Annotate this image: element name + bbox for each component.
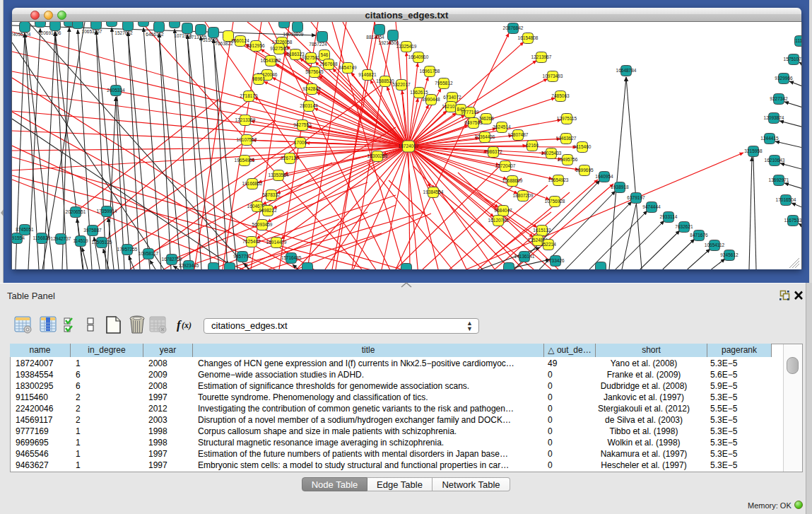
svg-text:10807487: 10807487 (508, 132, 529, 137)
svg-text:17006: 17006 (294, 140, 307, 145)
svg-text:19463627: 19463627 (556, 136, 577, 141)
svg-text:13692971: 13692971 (769, 177, 789, 182)
svg-text:1527602: 1527602 (114, 30, 133, 35)
svg-text:10107552: 10107552 (237, 137, 257, 142)
svg-text:19384554: 19384554 (423, 189, 444, 194)
svg-text:16210643: 16210643 (765, 158, 785, 163)
svg-text:10688609: 10688609 (502, 178, 523, 183)
svg-text:16033809: 16033809 (283, 32, 304, 37)
svg-text:15716485: 15716485 (281, 255, 302, 260)
svg-text:3267130: 3267130 (281, 156, 299, 160)
svg-text:12213967: 12213967 (531, 54, 552, 59)
svg-text:7625402: 7625402 (242, 239, 261, 244)
svg-text:19166852: 19166852 (242, 181, 263, 186)
svg-text:8813054: 8813054 (366, 35, 384, 40)
svg-text:1733426: 1733426 (546, 258, 565, 263)
svg-text:13353584: 13353584 (269, 173, 289, 177)
svg-text:9457791: 9457791 (233, 254, 252, 259)
svg-text:20206551: 20206551 (66, 209, 86, 214)
svg-text:6466162: 6466162 (146, 32, 164, 37)
svg-text:8912956: 8912956 (247, 43, 265, 48)
svg-text:1244415: 1244415 (760, 136, 779, 141)
svg-text:6899695: 6899695 (575, 168, 594, 173)
svg-text:7986372: 7986372 (484, 149, 502, 154)
svg-text:1362615: 1362615 (410, 90, 428, 95)
svg-text:8454749: 8454749 (339, 65, 357, 70)
svg-text:8938918: 8938918 (611, 185, 629, 189)
svg-text:7632621: 7632621 (675, 224, 693, 229)
svg-text:8745051: 8745051 (16, 227, 34, 232)
svg-text:16154808: 16154808 (518, 35, 539, 40)
svg-text:7663822: 7663822 (215, 41, 233, 46)
svg-text:17016504: 17016504 (776, 197, 796, 202)
svg-text:17957255: 17957255 (117, 247, 138, 252)
svg-text:24055724: 24055724 (12, 32, 31, 37)
svg-text:6379197: 6379197 (627, 195, 645, 200)
svg-text:7955812: 7955812 (435, 81, 453, 86)
svg-text:9242848: 9242848 (302, 86, 321, 91)
svg-text:12923445: 12923445 (179, 263, 199, 268)
svg-text:12505135: 12505135 (92, 240, 112, 245)
svg-text:1615132: 1615132 (533, 228, 551, 233)
svg-text:8990448: 8990448 (422, 97, 440, 102)
svg-text:9427552: 9427552 (293, 122, 312, 127)
svg-text:19654955: 19654955 (235, 158, 255, 163)
svg-text:7485063: 7485063 (551, 93, 570, 98)
svg-text:10756928: 10756928 (545, 199, 565, 204)
svg-text:1156829: 1156829 (33, 235, 51, 240)
svg-text:10025433: 10025433 (541, 151, 562, 156)
svg-text:5322017: 5322017 (392, 82, 411, 87)
svg-text:1588520: 1588520 (376, 78, 394, 83)
svg-text:98961: 98961 (252, 76, 265, 81)
svg-text:12093874: 12093874 (764, 115, 784, 120)
svg-text:9498222: 9498222 (259, 208, 277, 213)
svg-text:17359914: 17359914 (97, 209, 117, 214)
svg-text:5875645: 5875645 (305, 69, 324, 74)
svg-text:8660124: 8660124 (231, 38, 249, 43)
svg-text:9245612: 9245612 (720, 252, 739, 257)
svg-text:56093459: 56093459 (252, 222, 273, 227)
svg-text:15720407: 15720407 (495, 163, 516, 168)
svg-text:546: 546 (321, 52, 329, 57)
svg-text:252214: 252214 (541, 242, 556, 247)
svg-text:2605334: 2605334 (107, 88, 125, 93)
svg-text:12942737: 12942737 (51, 236, 71, 241)
svg-text:13325419: 13325419 (396, 44, 417, 49)
svg-text:5878332: 5878332 (262, 192, 281, 197)
svg-text:14136141: 14136141 (514, 254, 535, 259)
svg-text:9146821: 9146821 (358, 72, 377, 77)
svg-text:2967608: 2967608 (319, 62, 338, 66)
svg-text:6734072: 6734072 (443, 95, 461, 100)
svg-text:16120746: 16120746 (488, 218, 509, 223)
svg-text:9474444: 9474444 (642, 204, 661, 209)
svg-text:16961758: 16961758 (420, 69, 440, 74)
svg-text:7857224: 7857224 (309, 42, 327, 47)
svg-text:3624514: 3624514 (493, 124, 511, 129)
svg-text:9327502: 9327502 (302, 55, 320, 60)
svg-text:9227342: 9227342 (770, 96, 788, 101)
svg-text:18807209: 18807209 (513, 193, 534, 198)
svg-text:2803144: 2803144 (300, 103, 318, 108)
svg-text:62160: 62160 (526, 143, 539, 148)
svg-text:10958117: 10958117 (139, 251, 159, 256)
svg-text:6497503: 6497503 (464, 120, 483, 125)
svg-text:20364436: 20364436 (475, 134, 495, 139)
svg-text:114519: 114519 (73, 238, 88, 243)
svg-text:10653267: 10653267 (82, 29, 102, 34)
svg-text:18724007: 18724007 (399, 144, 419, 148)
svg-text:(x): (x) (182, 320, 192, 330)
svg-text:9329966: 9329966 (775, 76, 793, 81)
svg-text:10973493: 10973493 (543, 74, 563, 78)
svg-text:16782759: 16782759 (162, 257, 182, 262)
svg-text:1112: 1112 (795, 38, 801, 43)
svg-text:3215958: 3215958 (744, 148, 763, 153)
svg-text:15751074: 15751074 (784, 57, 801, 62)
svg-text:16640910: 16640910 (408, 54, 429, 59)
svg-text:9777109: 9777109 (461, 110, 479, 115)
svg-text:16914479: 16914479 (266, 240, 287, 245)
svg-text:2718170: 2718170 (240, 93, 258, 98)
svg-text:15495756: 15495756 (558, 157, 578, 162)
svg-text:1640954: 1640954 (595, 174, 613, 179)
svg-text:9684047: 9684047 (494, 208, 512, 213)
svg-text:2933114: 2933114 (660, 214, 678, 219)
